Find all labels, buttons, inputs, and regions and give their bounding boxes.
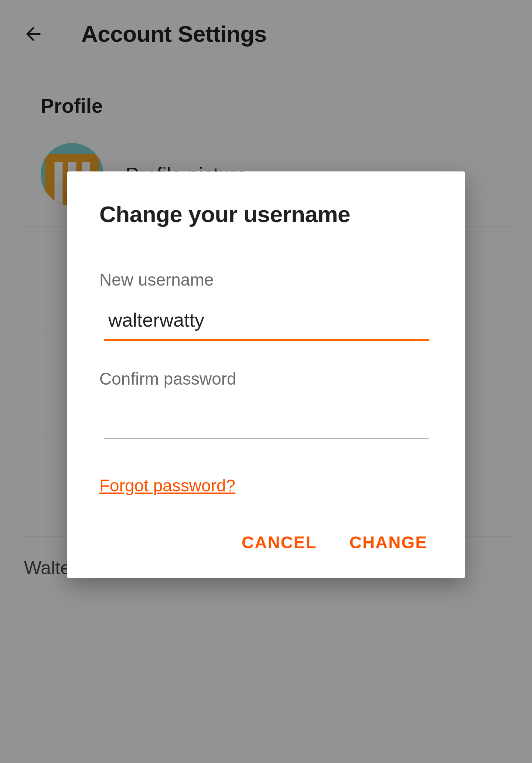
change-username-dialog: Change your username New username Confir… (67, 171, 465, 578)
password-input[interactable] (104, 403, 429, 439)
username-label: New username (99, 270, 433, 290)
dialog-actions: CANCEL CHANGE (99, 529, 433, 556)
cancel-button[interactable]: CANCEL (240, 529, 318, 556)
modal-overlay[interactable]: Change your username New username Confir… (0, 0, 532, 763)
username-input[interactable] (104, 304, 429, 341)
forgot-password-link[interactable]: Forgot password? (99, 476, 235, 495)
password-label: Confirm password (99, 369, 433, 389)
change-button[interactable]: CHANGE (348, 529, 429, 556)
dialog-title: Change your username (99, 201, 433, 227)
